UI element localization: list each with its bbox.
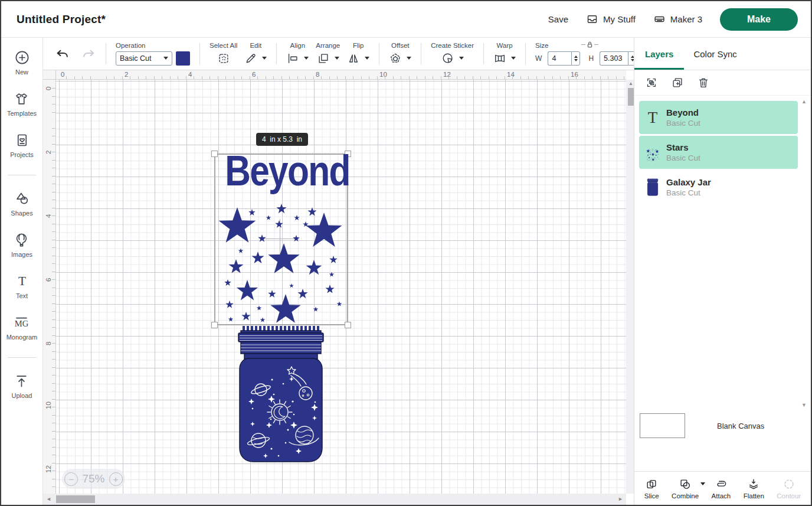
design-canvas[interactable]: Beyond 4 in x 5.3 in − 75% + (56, 80, 626, 494)
warp-button[interactable]: Warp (490, 42, 519, 66)
align-button[interactable]: Align (283, 42, 312, 66)
jar-layer-thumbnail (639, 178, 666, 196)
layer-actions-bar: Slice Combine Attach Flatten Contour (634, 471, 811, 505)
layer-item-stars[interactable]: Stars Basic Cut (639, 136, 798, 169)
zoom-out-button[interactable]: − (64, 472, 78, 486)
svg-text:T: T (18, 274, 25, 288)
redo-button[interactable] (81, 47, 96, 61)
scroll-right-arrow[interactable]: ► (618, 496, 623, 502)
width-letter: W (535, 54, 542, 63)
size-label: Size (535, 42, 548, 49)
layer-tools (634, 70, 811, 96)
flatten-icon (747, 478, 760, 491)
trash-icon[interactable] (697, 76, 710, 89)
sidebar-item-templates[interactable]: Templates (7, 91, 37, 117)
upload-icon (14, 373, 30, 389)
top-bar: Untitled Project* Save My Stuff Maker 3 … (1, 1, 811, 38)
text-icon: T (14, 273, 30, 289)
canvas-area: 0 2 4 6 8 10 12 14 16 0 2 4 6 8 10 12 (43, 70, 636, 505)
machine-selector[interactable]: Maker 3 (653, 13, 702, 25)
height-input[interactable] (600, 51, 628, 66)
select-all-button[interactable]: Select All (206, 42, 241, 66)
ruler-number: 8 (314, 71, 319, 78)
chevron-down-icon (304, 57, 309, 60)
sidebar-item-images[interactable]: Images (11, 232, 32, 258)
aspect-lock[interactable] (581, 40, 598, 49)
color-swatch[interactable] (176, 51, 190, 66)
layer-type: Basic Cut (666, 119, 700, 128)
make-button[interactable]: Make (720, 8, 798, 31)
zoom-level: 75% (82, 472, 104, 485)
slice-button[interactable]: Slice (644, 478, 659, 500)
layer-item-galaxy-jar[interactable]: Galaxy Jar Basic Cut (639, 171, 798, 204)
layer-type: Basic Cut (666, 188, 711, 197)
operation-select[interactable]: Basic Cut (116, 51, 172, 66)
save-button[interactable]: Save (548, 14, 568, 24)
duplicate-icon[interactable] (671, 76, 684, 89)
ruler-number: 2 (45, 145, 52, 154)
tab-color-sync[interactable]: Color Sync (693, 38, 736, 70)
attach-button[interactable]: Attach (712, 478, 731, 500)
ruler-number: 0 (45, 81, 52, 90)
scroll-down-arrow[interactable]: ▼ (801, 402, 807, 408)
chevron-down-icon (335, 57, 339, 60)
width-input[interactable] (548, 51, 571, 66)
galaxy-jar-artwork[interactable] (235, 325, 327, 464)
canvas-horizontal-scrollbar[interactable]: ◄ ► (43, 494, 626, 505)
toolbar-separator (379, 43, 379, 64)
blank-canvas-swatch[interactable] (640, 413, 685, 438)
flatten-button[interactable]: Flatten (744, 478, 764, 500)
combine-button[interactable]: Combine (672, 478, 699, 500)
sidebar-label: Monogram (6, 334, 38, 341)
toolbar-separator (106, 43, 106, 64)
zoom-in-button[interactable]: + (109, 472, 123, 486)
ruler-number: 12 (45, 463, 52, 473)
sidebar-item-shapes[interactable]: Shapes (11, 191, 32, 217)
sidebar-item-new[interactable]: New (14, 50, 30, 76)
svg-text:MG: MG (15, 319, 29, 328)
app-window: Untitled Project* Save My Stuff Maker 3 … (0, 0, 812, 506)
ruler-number: 8 (45, 336, 52, 345)
edit-menu-button[interactable]: Edit (241, 42, 270, 66)
sidebar-item-text[interactable]: T Text (14, 273, 30, 299)
lock-bracket (594, 44, 598, 45)
undo-button[interactable] (55, 47, 70, 61)
stars-layer-thumbnail (639, 143, 666, 161)
slice-label: Slice (644, 492, 659, 500)
edit-toolbar: Operation Basic Cut Select All Edit (43, 38, 636, 70)
scroll-up-arrow[interactable]: ▲ (628, 81, 633, 86)
arrange-icon (317, 52, 330, 65)
ruler-number: 6 (45, 272, 52, 282)
stars-artwork[interactable] (214, 154, 348, 325)
scroll-up-arrow[interactable]: ▲ (801, 99, 807, 105)
sidebar-item-monogram[interactable]: MG Monogram (6, 315, 38, 341)
save-label: Save (548, 14, 568, 24)
create-sticker-button[interactable]: Create Sticker (427, 42, 477, 66)
scroll-left-arrow[interactable]: ◄ (46, 496, 51, 502)
toolbar-separator (421, 43, 421, 64)
left-sidebar: New Templates Projects Shapes Images T T… (1, 38, 43, 505)
lock-icon (585, 40, 594, 49)
contour-button[interactable]: Contour (777, 478, 801, 500)
sidebar-label: Upload (12, 392, 32, 399)
chevron-down-icon (407, 57, 411, 60)
toolbar-separator (276, 43, 277, 64)
width-stepper[interactable] (571, 51, 580, 66)
attach-label: Attach (712, 492, 731, 500)
offset-button[interactable]: Offset (385, 42, 415, 66)
panel-tabs: Layers Color Sync (634, 38, 811, 70)
offset-label: Offset (391, 42, 409, 49)
ruler-number: 10 (378, 71, 387, 78)
my-stuff-button[interactable]: My Stuff (586, 13, 636, 25)
arrange-button[interactable]: Arrange (312, 42, 343, 66)
tab-layers[interactable]: Layers (645, 38, 673, 70)
project-card-icon (14, 132, 30, 148)
scrollbar-thumb[interactable] (56, 495, 95, 503)
layer-item-beyond[interactable]: T Beyond Basic Cut (639, 101, 798, 134)
toolbar-separator (483, 43, 484, 64)
flip-button[interactable]: Flip (343, 42, 373, 66)
contour-icon (782, 478, 795, 491)
group-select-icon[interactable] (645, 76, 658, 89)
sidebar-item-projects[interactable]: Projects (10, 132, 34, 158)
sidebar-item-upload[interactable]: Upload (12, 373, 32, 399)
